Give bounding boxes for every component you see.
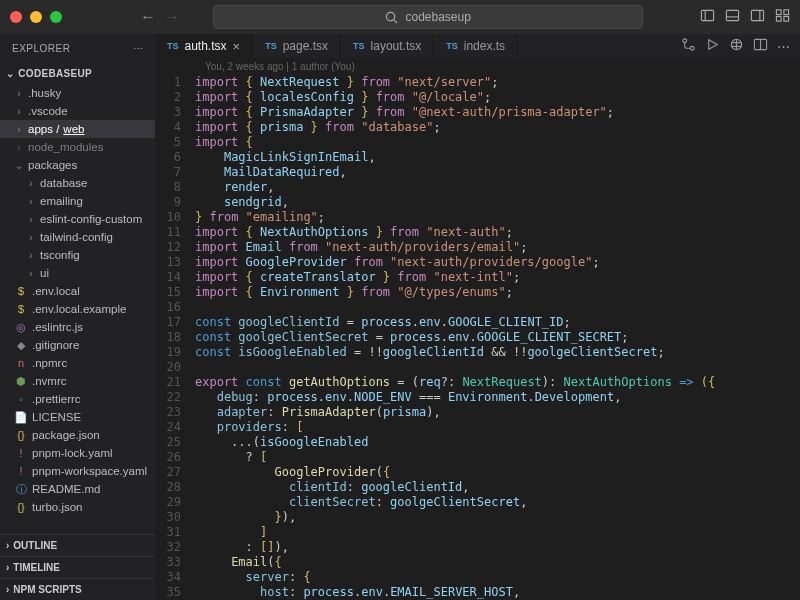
file-item[interactable]: {}turbo.json bbox=[0, 498, 155, 516]
folder-item[interactable]: ›node_modules bbox=[0, 138, 155, 156]
tree-item-label: README.md bbox=[32, 483, 100, 495]
customize-layout-icon[interactable] bbox=[775, 8, 790, 26]
tree-item-label: .husky bbox=[28, 87, 61, 99]
file-item[interactable]: ◎.eslintrc.js bbox=[0, 318, 155, 336]
nav-forward-icon[interactable]: → bbox=[164, 8, 180, 26]
command-center[interactable]: codebaseup bbox=[213, 5, 643, 29]
file-item[interactable]: ◦.prettierrc bbox=[0, 390, 155, 408]
diff-icon[interactable] bbox=[681, 37, 696, 55]
explorer-more-icon[interactable]: ⋯ bbox=[133, 43, 144, 54]
explorer-sidebar: EXPLORER ⋯ ⌄ CODEBASEUP ›.husky›.vscode›… bbox=[0, 34, 155, 600]
file-icon: ⬢ bbox=[14, 375, 28, 388]
editor-tab[interactable]: TSauth.tsx× bbox=[155, 34, 253, 58]
tree-item-label: tailwind-config bbox=[40, 231, 113, 243]
nav-back-icon[interactable]: ← bbox=[140, 8, 156, 26]
tab-bar: TSauth.tsx×TSpage.tsxTSlayout.tsxTSindex… bbox=[155, 34, 800, 58]
chevron-down-icon: ⌄ bbox=[6, 68, 14, 79]
svg-rect-9 bbox=[784, 10, 789, 15]
run-icon[interactable] bbox=[705, 37, 720, 55]
file-item[interactable]: !pnpm-workspace.yaml bbox=[0, 462, 155, 480]
folder-item[interactable]: ›apps / web bbox=[0, 120, 155, 138]
more-actions-icon[interactable]: ⋯ bbox=[777, 39, 790, 54]
timeline-section[interactable]: ›TIMELINE bbox=[0, 556, 155, 578]
tree-item-label: database bbox=[40, 177, 87, 189]
toggle-primary-sidebar-icon[interactable] bbox=[700, 8, 715, 26]
chevron-icon: › bbox=[14, 106, 24, 117]
split-editor-icon[interactable] bbox=[753, 37, 768, 55]
chevron-icon: › bbox=[26, 268, 36, 279]
tree-item-label: apps / bbox=[28, 123, 59, 135]
svg-point-0 bbox=[387, 12, 395, 20]
layout-controls bbox=[700, 8, 790, 26]
file-item[interactable]: 📄LICENSE bbox=[0, 408, 155, 426]
tree-item-label: .npmrc bbox=[32, 357, 67, 369]
tree-item-label: .eslintrc.js bbox=[32, 321, 83, 333]
toggle-panel-icon[interactable] bbox=[725, 8, 740, 26]
file-icon: ◎ bbox=[14, 321, 28, 334]
file-item[interactable]: n.npmrc bbox=[0, 354, 155, 372]
tree-item-label: .env.local.example bbox=[32, 303, 126, 315]
svg-marker-14 bbox=[709, 40, 717, 49]
project-root[interactable]: ⌄ CODEBASEUP bbox=[0, 62, 155, 84]
editor-tab[interactable]: TSlayout.tsx bbox=[341, 34, 434, 58]
lang-badge: TS bbox=[446, 41, 458, 51]
folder-item[interactable]: ›database bbox=[0, 174, 155, 192]
close-tab-icon[interactable]: × bbox=[233, 39, 241, 54]
preview-icon[interactable] bbox=[729, 37, 744, 55]
folder-item[interactable]: ›tsconfig bbox=[0, 246, 155, 264]
tab-actions: ⋯ bbox=[671, 34, 800, 58]
file-icon: ! bbox=[14, 447, 28, 459]
command-center-text: codebaseup bbox=[405, 10, 470, 24]
folder-item[interactable]: ⌄packages bbox=[0, 156, 155, 174]
title-bar: ← → codebaseup bbox=[0, 0, 800, 34]
tree-item-label: .prettierrc bbox=[32, 393, 81, 405]
tree-item-label: LICENSE bbox=[32, 411, 81, 423]
window-controls bbox=[10, 11, 62, 23]
file-icon: {} bbox=[14, 429, 28, 441]
file-item[interactable]: !pnpm-lock.yaml bbox=[0, 444, 155, 462]
outline-section[interactable]: ›OUTLINE bbox=[0, 534, 155, 556]
file-item[interactable]: {}package.json bbox=[0, 426, 155, 444]
tab-label: auth.tsx bbox=[185, 39, 227, 53]
close-window[interactable] bbox=[10, 11, 22, 23]
tree-item-label: .gitignore bbox=[32, 339, 79, 351]
code-editor[interactable]: 1234567891011121314151617181920212223242… bbox=[155, 75, 800, 600]
tree-item-label: pnpm-workspace.yaml bbox=[32, 465, 147, 477]
chevron-icon: › bbox=[26, 214, 36, 225]
svg-rect-8 bbox=[776, 10, 781, 15]
npm-scripts-section[interactable]: ›NPM SCRIPTS bbox=[0, 578, 155, 600]
tab-label: layout.tsx bbox=[371, 39, 422, 53]
svg-rect-2 bbox=[701, 10, 713, 20]
file-icon: ⓘ bbox=[14, 482, 28, 497]
folder-item[interactable]: ›emailing bbox=[0, 192, 155, 210]
svg-rect-6 bbox=[751, 10, 763, 20]
folder-item[interactable]: ›tailwind-config bbox=[0, 228, 155, 246]
svg-point-13 bbox=[690, 46, 694, 50]
file-item[interactable]: ⬢.nvmrc bbox=[0, 372, 155, 390]
file-tree: ›.husky›.vscode›apps / web›node_modules⌄… bbox=[0, 84, 155, 534]
minimize-window[interactable] bbox=[30, 11, 42, 23]
folder-item[interactable]: ›eslint-config-custom bbox=[0, 210, 155, 228]
svg-rect-4 bbox=[726, 10, 738, 20]
file-item[interactable]: $.env.local bbox=[0, 282, 155, 300]
file-item[interactable]: $.env.local.example bbox=[0, 300, 155, 318]
tree-item-label: turbo.json bbox=[32, 501, 83, 513]
maximize-window[interactable] bbox=[50, 11, 62, 23]
editor-tab[interactable]: TSindex.ts bbox=[434, 34, 518, 58]
chevron-icon: › bbox=[14, 88, 24, 99]
chevron-icon: › bbox=[14, 142, 24, 153]
tree-item-label: .nvmrc bbox=[32, 375, 67, 387]
folder-item[interactable]: ›ui bbox=[0, 264, 155, 282]
code-lines[interactable]: import { NextRequest } from "next/server… bbox=[195, 75, 800, 600]
explorer-title: EXPLORER bbox=[12, 43, 70, 54]
folder-item[interactable]: ›.vscode bbox=[0, 102, 155, 120]
tab-label: index.ts bbox=[464, 39, 505, 53]
lang-badge: TS bbox=[353, 41, 365, 51]
chevron-icon: › bbox=[26, 178, 36, 189]
toggle-secondary-sidebar-icon[interactable] bbox=[750, 8, 765, 26]
editor-area: TSauth.tsx×TSpage.tsxTSlayout.tsxTSindex… bbox=[155, 34, 800, 600]
file-item[interactable]: ⓘREADME.md bbox=[0, 480, 155, 498]
folder-item[interactable]: ›.husky bbox=[0, 84, 155, 102]
file-item[interactable]: ◆.gitignore bbox=[0, 336, 155, 354]
editor-tab[interactable]: TSpage.tsx bbox=[253, 34, 341, 58]
